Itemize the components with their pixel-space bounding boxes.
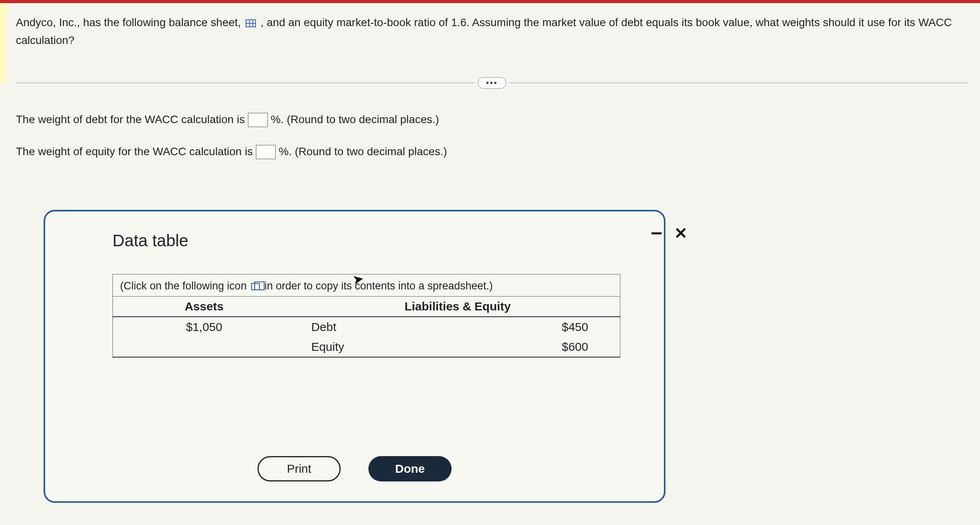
print-button[interactable]: Print: [257, 456, 341, 481]
debt-weight-input[interactable]: [248, 113, 268, 127]
modal-window-controls: – ✕: [651, 225, 688, 246]
divider: •••: [16, 77, 968, 89]
header-liabilities-equity: Liabilities & Equity: [296, 297, 620, 317]
question-part1: Andyco, Inc., has the following balance …: [16, 16, 241, 29]
debt-value: $450: [458, 317, 620, 337]
divider-line-right: [509, 83, 968, 83]
header-assets: Assets: [113, 297, 296, 317]
table-header-row: Assets Liabilities & Equity: [113, 297, 620, 317]
copy-instruction: (Click on the following icon in order to…: [112, 274, 620, 296]
debt-weight-line: The weight of debt for the WACC calculat…: [16, 113, 968, 127]
equity-weight-line: The weight of equity for the WACC calcul…: [16, 145, 968, 159]
debt-label: Debt: [296, 317, 458, 337]
balance-sheet-table: Assets Liabilities & Equity $1,050 Debt …: [112, 296, 620, 358]
copy-icon[interactable]: [251, 283, 260, 290]
equity-label: Equity: [296, 337, 458, 357]
left-margin-tab: [0, 3, 7, 82]
question-text: Andyco, Inc., has the following balance …: [16, 14, 968, 49]
top-red-bar: [0, 0, 980, 3]
answers-area: The weight of debt for the WACC calculat…: [16, 113, 968, 177]
minimize-icon[interactable]: –: [651, 221, 662, 242]
debt-weight-suffix: %. (Round to two decimal places.): [271, 113, 439, 126]
close-icon[interactable]: ✕: [674, 225, 688, 246]
copy-note-post: in order to copy its contents into a spr…: [265, 280, 493, 292]
question-area: Andyco, Inc., has the following balance …: [16, 14, 968, 49]
equity-weight-input[interactable]: [256, 145, 276, 159]
assets-blank: [113, 337, 296, 357]
table-row: Equity $600: [113, 337, 620, 357]
divider-line-left: [16, 83, 475, 83]
data-table-modal: – ✕ Data table (Click on the following i…: [44, 210, 665, 503]
modal-title: Data table: [112, 231, 620, 250]
equity-weight-suffix: %. (Round to two decimal places.): [279, 145, 447, 158]
modal-buttons: Print Done: [45, 456, 664, 481]
table-row: $1,050 Debt $450: [113, 317, 620, 337]
spreadsheet-icon[interactable]: [246, 19, 256, 27]
assets-total: $1,050: [113, 317, 296, 337]
done-button[interactable]: Done: [368, 456, 452, 481]
equity-weight-prefix: The weight of equity for the WACC calcul…: [16, 145, 256, 158]
equity-value: $600: [458, 337, 620, 357]
debt-weight-prefix: The weight of debt for the WACC calculat…: [16, 113, 248, 126]
more-button[interactable]: •••: [478, 77, 506, 89]
copy-note-pre: (Click on the following icon: [120, 280, 250, 292]
